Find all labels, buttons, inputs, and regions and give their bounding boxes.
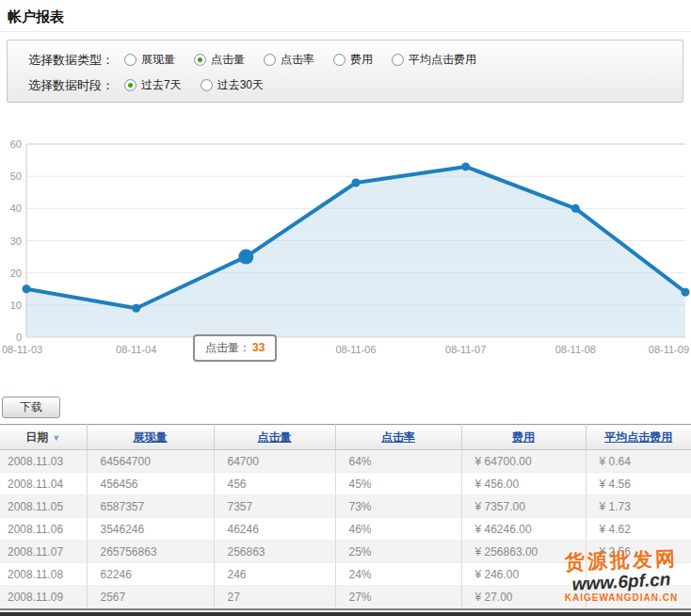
y-axis-label: 30	[10, 235, 22, 247]
cell-clicks: 46246	[214, 518, 335, 541]
x-axis-label: 08-11-03	[2, 344, 42, 355]
data-type-filter-row: 选择数据类型： 展现量点击量点击率费用平均点击费用	[28, 47, 683, 73]
radio-clicks[interactable]: 点击量	[194, 52, 245, 68]
radio-label: 点击率	[281, 52, 314, 68]
cell-ctr: 45%	[335, 473, 461, 495]
radio-icon	[124, 54, 137, 66]
radio-icon	[333, 54, 346, 66]
table-body: 2008.11.03645647006470064%¥ 64700.00¥ 0.…	[0, 450, 691, 608]
cell-cost: ¥ 246.00	[461, 563, 586, 586]
y-axis-label: 20	[10, 267, 22, 279]
radio-label: 展现量	[141, 52, 175, 68]
cell-date: 2008.11.07	[0, 541, 87, 563]
cell-avg-click-cost: ¥ 4.56	[586, 473, 691, 495]
report-table: 日期▼展现量点击量点击率费用平均点击费用 2008.11.03645647006…	[0, 424, 691, 608]
cell-avg-click-cost	[586, 563, 691, 586]
data-point[interactable]	[682, 288, 690, 297]
col-header-cost[interactable]: 费用	[461, 425, 586, 450]
cell-clicks: 246	[214, 563, 335, 586]
y-axis-label: 60	[10, 138, 22, 150]
cell-avg-click-cost	[586, 586, 691, 608]
col-header-label[interactable]: 展现量	[134, 430, 168, 444]
radio-icon	[201, 79, 213, 91]
col-header-avg-click-cost[interactable]: 平均点击费用	[586, 425, 691, 450]
cell-impressions: 6587357	[87, 495, 214, 518]
cell-date: 2008.11.06	[0, 518, 87, 541]
cell-cost: ¥ 64700.00	[461, 450, 586, 473]
data-point[interactable]	[461, 162, 470, 170]
x-axis-label: 08-11-07	[445, 344, 486, 355]
trend-chart-svg: 010203040506008-11-0308-11-0408-11-0508-…	[0, 132, 691, 367]
col-header-label[interactable]: 点击量	[258, 430, 292, 444]
col-header-impressions[interactable]: 展现量	[87, 425, 214, 450]
sort-desc-icon: ▼	[52, 433, 60, 443]
cell-date: 2008.11.05	[0, 495, 87, 518]
data-period-filter-row: 选择数据时段： 过去7天过去30天	[28, 73, 683, 98]
radio-icon	[124, 79, 137, 91]
cell-cost: ¥ 456.00	[461, 473, 586, 495]
col-header-label[interactable]: 点击率	[381, 430, 415, 444]
account-report-page: 帐户报表 选择数据类型： 展现量点击量点击率费用平均点击费用 选择数据时段： 过…	[0, 0, 691, 616]
cell-clicks: 27	[214, 586, 335, 608]
radio-cost[interactable]: 费用	[333, 52, 373, 68]
radio-last-7-days[interactable]: 过去7天	[124, 77, 182, 93]
table-header-row: 日期▼展现量点击量点击率费用平均点击费用	[0, 425, 691, 450]
chart-tooltip-value: 33	[252, 341, 265, 354]
col-header-label[interactable]: 费用	[512, 430, 535, 444]
bottom-edge-bar	[0, 612, 691, 616]
table-row: 2008.11.056587357735773%¥ 7357.00¥ 1.73	[0, 495, 691, 518]
x-axis-label: 08-11-08	[555, 344, 596, 355]
cell-impressions: 456456	[87, 473, 214, 495]
cell-avg-click-cost: ¥ 2.56	[586, 541, 691, 563]
data-point[interactable]	[132, 304, 140, 313]
download-button[interactable]: 下载	[2, 397, 60, 418]
table-row: 2008.11.0925672727%¥ 27.00	[0, 586, 691, 608]
radio-icon	[392, 54, 404, 66]
cell-date: 2008.11.04	[0, 473, 87, 495]
col-header-label[interactable]: 平均点击费用	[604, 430, 672, 444]
cell-impressions: 64564700	[87, 450, 214, 473]
table-row: 2008.11.0445645645645%¥ 456.00¥ 4.56	[0, 473, 691, 495]
col-header-date[interactable]: 日期▼	[0, 425, 87, 450]
y-axis-label: 10	[10, 300, 22, 311]
cell-cost: ¥ 256863.00	[461, 541, 586, 563]
radio-label: 费用	[350, 52, 373, 68]
data-period-options: 过去7天过去30天	[124, 77, 282, 93]
data-point-selected[interactable]	[238, 250, 253, 265]
y-axis-label: 40	[10, 203, 22, 214]
cell-date: 2008.11.08	[0, 563, 87, 586]
data-point[interactable]	[352, 179, 361, 187]
radio-last-30-days[interactable]: 过去30天	[201, 77, 264, 93]
cell-ctr: 46%	[335, 518, 461, 541]
data-point[interactable]	[23, 284, 31, 293]
cell-ctr: 64%	[335, 450, 461, 473]
cell-cost: ¥ 46246.00	[461, 518, 586, 541]
radio-avg-click-cost[interactable]: 平均点击费用	[392, 52, 476, 68]
radio-label: 平均点击费用	[409, 52, 476, 68]
cell-impressions: 265756863	[87, 541, 214, 563]
cell-ctr: 24%	[335, 563, 461, 586]
y-axis-label: 0	[16, 332, 22, 343]
radio-icon	[264, 54, 276, 66]
series-area-fill	[26, 167, 685, 337]
cell-cost: ¥ 7357.00	[461, 495, 586, 518]
chart-tooltip-label: 点击量：	[205, 341, 250, 354]
radio-impressions[interactable]: 展现量	[124, 52, 175, 68]
data-point[interactable]	[571, 204, 580, 213]
radio-label: 过去7天	[141, 77, 182, 93]
table-row: 2008.11.03645647006470064%¥ 64700.00¥ 0.…	[0, 450, 691, 473]
cell-avg-click-cost: ¥ 4.62	[586, 518, 691, 541]
col-header-ctr[interactable]: 点击率	[335, 425, 461, 450]
cell-avg-click-cost: ¥ 0.64	[586, 450, 691, 473]
cell-impressions: 62246	[87, 563, 214, 586]
cell-ctr: 27%	[335, 586, 461, 608]
col-header-clicks[interactable]: 点击量	[214, 425, 335, 450]
data-period-label: 选择数据时段：	[28, 77, 119, 94]
radio-label: 点击量	[211, 52, 245, 68]
radio-ctr[interactable]: 点击率	[264, 52, 314, 68]
cell-clicks: 7357	[214, 495, 335, 518]
cell-date: 2008.11.03	[0, 450, 87, 473]
cell-ctr: 25%	[335, 541, 461, 563]
data-type-label: 选择数据类型：	[28, 52, 119, 69]
cell-impressions: 3546246	[87, 518, 214, 541]
